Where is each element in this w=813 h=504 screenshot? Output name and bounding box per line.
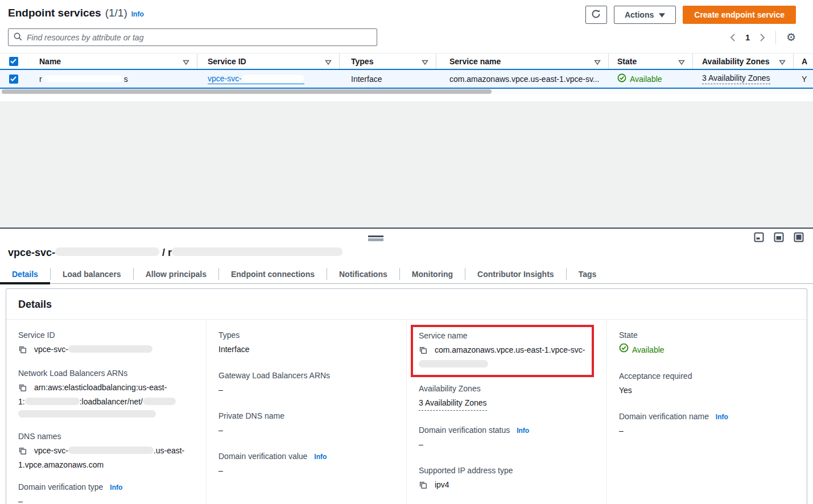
column-header-name[interactable]: Name (27, 53, 197, 69)
field-value-text: Yes (619, 384, 795, 396)
sort-filter-icon[interactable] (183, 58, 189, 67)
details-column-3: Service name com.amazonaws.vpce.us-east-… (406, 320, 606, 504)
page-title-wrap: Endpoint services (1/1) Info (8, 6, 144, 19)
copy-icon[interactable] (18, 448, 29, 457)
redaction-box (172, 247, 342, 256)
refresh-button[interactable] (585, 6, 607, 24)
current-page[interactable]: 1 (743, 33, 752, 42)
preferences-gear-icon[interactable]: ⚙ (786, 32, 796, 43)
caret-down-icon (659, 10, 665, 19)
field-value-text: – (619, 424, 795, 437)
row-checkbox[interactable] (9, 75, 18, 84)
tab-notifications[interactable]: Notifications (327, 265, 399, 283)
drag-handle-line (368, 236, 383, 237)
scrollbar-thumb[interactable] (2, 89, 492, 94)
column-header-service-id[interactable]: Service ID (197, 53, 340, 69)
search-icon (14, 32, 22, 43)
field-value-text: – (419, 438, 595, 451)
copy-icon[interactable] (18, 346, 29, 356)
tab-endpoint-connections[interactable]: Endpoint connections (219, 265, 327, 283)
prev-page-icon[interactable] (730, 34, 735, 42)
field-label: Service name (419, 331, 587, 340)
field-service-id: Service ID vpce-svc- (18, 331, 195, 357)
column-header-types[interactable]: Types (340, 53, 436, 69)
endpoint-services-table-card: Endpoint services (1/1) Info Actions Cre… (0, 0, 813, 101)
column-header-state[interactable]: State (609, 53, 693, 69)
column-label: Availability Zones (702, 57, 770, 66)
column-label: Name (39, 57, 61, 66)
sort-filter-icon[interactable] (594, 58, 601, 67)
field-private-dns-name: Private DNS name – (218, 411, 395, 436)
check-circle-icon (617, 73, 626, 84)
field-value-text: – (18, 495, 195, 504)
tab-monitoring[interactable]: Monitoring (400, 265, 465, 283)
panel-size-controls (754, 232, 804, 244)
column-label: State (617, 57, 637, 66)
availability-zones-link[interactable]: 3 Availability Zones (419, 396, 487, 411)
actions-button[interactable]: Actions (614, 6, 676, 24)
field-supported-ip: Supported IP address type ipv4 (419, 466, 595, 493)
tab-tags[interactable]: Tags (567, 265, 609, 283)
page-title: Endpoint services (8, 7, 101, 19)
pagination: 1 ⚙ (730, 31, 796, 44)
tab-contributor-insights[interactable]: Contributor Insights (465, 265, 566, 283)
split-panel-drag-handle[interactable] (368, 236, 383, 241)
page-header: Endpoint services (1/1) Info Actions Cre… (0, 0, 813, 26)
next-page-icon[interactable] (760, 34, 765, 42)
copy-icon[interactable] (419, 482, 430, 491)
field-label: Domain verification name (619, 412, 709, 421)
state-text: Available (630, 75, 662, 84)
redaction-box (68, 345, 152, 353)
service-id-link[interactable]: vpce-svc- (208, 74, 304, 84)
field-domain-verification-value: Domain verification value Info – (218, 452, 395, 477)
column-header-service-name[interactable]: Service name (436, 53, 609, 69)
select-all-checkbox[interactable] (9, 57, 18, 66)
field-domain-verification-type: Domain verification type Info – (18, 482, 195, 504)
info-link[interactable]: Info (517, 427, 529, 435)
field-value-text: com.amazonaws.vpce.us-east-1.vpce-svc- (435, 345, 585, 354)
create-endpoint-service-button[interactable]: Create endpoint service (683, 6, 796, 24)
copy-icon[interactable] (18, 385, 29, 394)
field-value-text: :loadbalancer/net/ (80, 397, 143, 406)
header-info-link[interactable]: Info (131, 10, 144, 18)
availability-zones-link[interactable]: 3 Availability Zones (702, 73, 770, 84)
panel-title-separator: / (162, 247, 165, 258)
column-header-availability-zones[interactable]: Availability Zones (693, 53, 794, 69)
field-value-text: 1.vpce.amazonaws.com (18, 460, 104, 469)
tab-details[interactable]: Details (0, 265, 50, 283)
copy-icon[interactable] (419, 347, 430, 356)
select-all-cell (0, 53, 27, 69)
field-label: Domain verification value (218, 452, 307, 461)
field-value-text: arn:aws:elasticloadbalancing:us-east- (34, 383, 167, 392)
tab-load-balancers[interactable]: Load balancers (51, 265, 133, 283)
tab-allow-principals[interactable]: Allow principals (134, 265, 218, 283)
info-link[interactable]: Info (716, 413, 728, 421)
search-input[interactable] (27, 33, 372, 42)
table-card-bottom (0, 94, 813, 101)
redaction-box (43, 75, 123, 82)
search-box[interactable] (8, 28, 377, 46)
sort-filter-icon[interactable] (779, 58, 786, 67)
panel-size-large-icon[interactable] (794, 232, 804, 244)
field-label: State (619, 331, 795, 340)
table-row[interactable]: rs vpce-svc- Interface com.amazonaws.vpc… (0, 69, 813, 89)
panel-title-name: r (168, 247, 172, 258)
sort-filter-icon[interactable] (678, 58, 685, 67)
sort-filter-icon[interactable] (422, 58, 428, 67)
panel-size-small-icon[interactable] (754, 232, 764, 244)
horizontal-scrollbar[interactable] (0, 89, 813, 94)
field-value-text: – (218, 424, 395, 436)
panel-title-service-id: vpce-svc- (8, 247, 55, 258)
details-column-1: Service ID vpce-svc- Network Load Balanc… (6, 320, 206, 504)
info-link[interactable]: Info (110, 484, 122, 491)
field-label: Domain verification status (419, 425, 510, 435)
column-header-clipped[interactable]: A (794, 53, 813, 69)
field-label: Network Load Balancers ARNs (18, 369, 195, 378)
info-link[interactable]: Info (314, 453, 327, 461)
page-background-gap (0, 101, 813, 228)
column-label: A (802, 57, 807, 66)
field-service-name: Service name com.amazonaws.vpce.us-east-… (419, 331, 587, 370)
panel-size-medium-icon[interactable] (774, 232, 784, 244)
column-label: Service ID (208, 57, 246, 66)
sort-filter-icon[interactable] (325, 58, 332, 67)
